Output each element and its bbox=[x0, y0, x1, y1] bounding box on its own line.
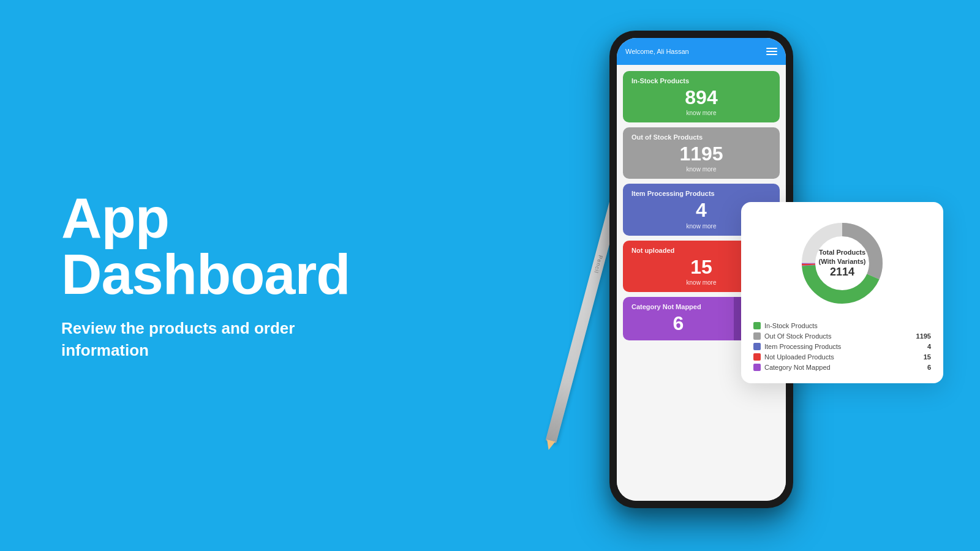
in-stock-card[interactable]: In-Stock Products 894 know more bbox=[623, 71, 780, 122]
subtitle: Review the products and order informatio… bbox=[61, 317, 318, 362]
legend-dot-blue bbox=[753, 343, 761, 350]
legend-item-red: Not Uploaded Products 15 bbox=[753, 353, 931, 361]
donut-chart-card: Total Products(With Variants) 2114 In-St… bbox=[741, 202, 943, 383]
legend-label-blue: Item Processing Products bbox=[764, 343, 841, 350]
legend-dot-purple bbox=[753, 364, 761, 371]
category-card-left: Category Not Mapped 6 bbox=[623, 297, 734, 340]
legend-item-purple: Category Not Mapped 6 bbox=[753, 364, 931, 371]
hamburger-line-2 bbox=[766, 51, 777, 52]
legend-label-gray: Out Of Stock Products bbox=[764, 332, 831, 340]
out-of-stock-link[interactable]: know more bbox=[631, 166, 771, 173]
legend-left-green: In-Stock Products bbox=[753, 322, 818, 329]
legend-value-red: 15 bbox=[924, 353, 931, 361]
left-section: App Dashboard Review the products and or… bbox=[61, 190, 350, 362]
legend-item-blue: Item Processing Products 4 bbox=[753, 343, 931, 350]
chart-legend: In-Stock Products Out Of Stock Products … bbox=[753, 322, 931, 371]
legend-label-purple: Category Not Mapped bbox=[764, 364, 831, 371]
legend-left-blue: Item Processing Products bbox=[753, 343, 841, 350]
item-processing-label: Item Processing Products bbox=[631, 190, 771, 197]
donut-wrapper: Total Products(With Variants) 2114 bbox=[793, 214, 891, 312]
main-title: App Dashboard bbox=[61, 190, 350, 302]
out-of-stock-card[interactable]: Out of Stock Products 1195 know more bbox=[623, 127, 780, 179]
legend-label-green: In-Stock Products bbox=[764, 322, 818, 329]
phone-topbar: Welcome, Ali Hassan bbox=[617, 38, 786, 65]
category-value: 6 bbox=[631, 313, 725, 334]
legend-item-gray: Out Of Stock Products 1195 bbox=[753, 332, 931, 340]
legend-left-gray: Out Of Stock Products bbox=[753, 332, 831, 340]
legend-left-red: Not Uploaded Products bbox=[753, 353, 834, 361]
hamburger-line-1 bbox=[766, 48, 777, 49]
pencil-label: Pencil bbox=[593, 255, 604, 274]
out-of-stock-label: Out of Stock Products bbox=[631, 133, 771, 141]
legend-item-green: In-Stock Products bbox=[753, 322, 931, 329]
legend-label-red: Not Uploaded Products bbox=[764, 353, 834, 361]
right-section: Pencil Welcome, Ali Hassan In-Stock Prod… bbox=[514, 31, 943, 533]
title-line2: Dashboard bbox=[61, 243, 350, 305]
legend-dot-green bbox=[753, 322, 761, 329]
legend-value-gray: 1195 bbox=[916, 332, 931, 340]
hamburger-line-3 bbox=[766, 54, 777, 55]
title-line1: App bbox=[61, 187, 169, 249]
legend-value-purple: 6 bbox=[927, 364, 931, 371]
donut-container: Total Products(With Variants) 2114 bbox=[753, 214, 931, 312]
out-of-stock-value: 1195 bbox=[631, 143, 771, 165]
donut-chart-svg bbox=[793, 214, 891, 312]
legend-value-blue: 4 bbox=[927, 343, 931, 350]
category-label: Category Not Mapped bbox=[631, 303, 725, 310]
welcome-text: Welcome, Ali Hassan bbox=[625, 48, 689, 55]
in-stock-label: In-Stock Products bbox=[631, 77, 771, 84]
legend-dot-red bbox=[753, 353, 761, 361]
hamburger-menu-icon[interactable] bbox=[766, 48, 777, 55]
in-stock-value: 894 bbox=[631, 87, 771, 108]
legend-left-purple: Category Not Mapped bbox=[753, 364, 831, 371]
in-stock-link[interactable]: know more bbox=[631, 110, 771, 116]
legend-dot-gray bbox=[753, 332, 761, 340]
